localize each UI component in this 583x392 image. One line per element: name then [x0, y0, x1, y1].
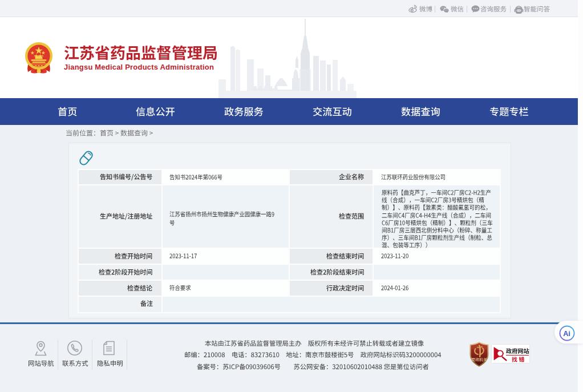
svg-text:Ai: Ai [563, 330, 570, 338]
